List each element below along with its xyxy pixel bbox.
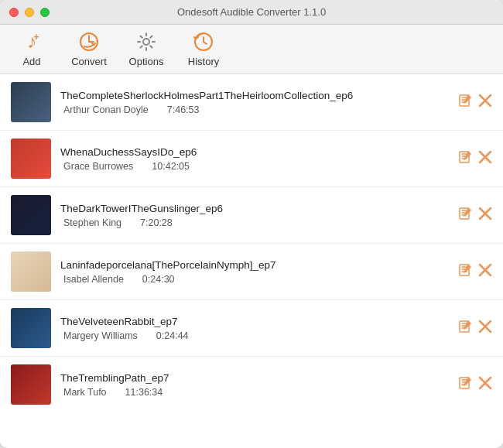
book-cover-5 — [11, 308, 51, 348]
maximize-button[interactable] — [40, 8, 50, 17]
book-actions-1 — [458, 94, 492, 111]
svg-text:+: + — [33, 32, 39, 43]
book-item-4: Laninfadeporcelana[ThePorcelainNymph]_ep… — [0, 244, 503, 300]
book-author-4: Isabel Allende — [63, 274, 124, 285]
edit-button-2[interactable] — [458, 150, 472, 168]
book-actions-2 — [458, 150, 492, 168]
book-duration-6: 11:36:34 — [125, 387, 163, 398]
close-button[interactable] — [9, 8, 19, 17]
delete-icon-5 — [478, 320, 492, 333]
window-controls — [9, 8, 50, 17]
book-info-4: Laninfadeporcelana[ThePorcelainNymph]_ep… — [60, 259, 449, 285]
edit-icon-5 — [458, 320, 472, 333]
book-actions-4 — [458, 263, 492, 281]
book-actions-6 — [458, 376, 492, 394]
add-label: Add — [22, 56, 40, 67]
delete-icon-3 — [478, 207, 492, 221]
edit-button-4[interactable] — [458, 263, 472, 281]
book-info-3: TheDarkTowerITheGunslinger_ep6 Stephen K… — [60, 203, 449, 228]
book-title-6: TheTremblingPath_ep7 — [60, 372, 449, 384]
book-meta-6: Mark Tufo 11:36:34 — [60, 387, 449, 398]
edit-icon-2 — [458, 150, 472, 164]
book-actions-3 — [458, 207, 492, 224]
book-item-2: WhenaDuchessSaysIDo_ep6 Grace Burrowes 1… — [0, 131, 503, 187]
add-toolbar-item[interactable]: ♪ + Add — [12, 31, 51, 67]
minimize-button[interactable] — [25, 8, 34, 17]
book-duration-5: 0:24:44 — [156, 330, 189, 341]
delete-button-1[interactable] — [478, 94, 492, 111]
book-item-1: TheCompleteSherlockHolmesPart1TheHeirloo… — [0, 74, 503, 131]
options-icon — [135, 31, 157, 53]
delete-button-6[interactable] — [478, 376, 492, 394]
edit-button-1[interactable] — [458, 94, 472, 111]
book-title-2: WhenaDuchessSaysIDo_ep6 — [60, 146, 449, 158]
book-info-2: WhenaDuchessSaysIDo_ep6 Grace Burrowes 1… — [60, 146, 449, 172]
edit-icon-3 — [458, 207, 472, 221]
book-cover-2 — [11, 139, 51, 179]
delete-button-4[interactable] — [478, 263, 492, 281]
book-item-3: TheDarkTowerITheGunslinger_ep6 Stephen K… — [0, 187, 503, 244]
edit-icon-4 — [458, 263, 472, 277]
history-toolbar-item[interactable]: History — [184, 31, 223, 67]
edit-button-6[interactable] — [458, 376, 472, 394]
title-bar: Ondesoft Audible Converter 1.1.0 — [0, 0, 503, 25]
app-window: Ondesoft Audible Converter 1.1.0 ♪ + Add… — [0, 0, 503, 448]
book-author-5: Margery Williams — [63, 330, 138, 341]
book-info-1: TheCompleteSherlockHolmesPart1TheHeirloo… — [60, 90, 449, 115]
convert-toolbar-item[interactable]: Convert — [70, 31, 108, 67]
book-list: TheCompleteSherlockHolmesPart1TheHeirloo… — [0, 74, 503, 448]
book-duration-1: 7:46:53 — [167, 104, 200, 115]
window-title: Ondesoft Audible Converter 1.1.0 — [177, 6, 326, 18]
delete-icon-6 — [478, 376, 492, 390]
delete-icon-4 — [478, 263, 492, 277]
svg-point-3 — [143, 39, 149, 45]
book-cover-4 — [11, 251, 51, 292]
book-item-5: TheVelveteenRabbit_ep7 Margery Williams … — [0, 300, 503, 357]
book-title-4: Laninfadeporcelana[ThePorcelainNymph]_ep… — [60, 259, 449, 271]
book-author-6: Mark Tufo — [63, 387, 107, 398]
convert-label: Convert — [71, 56, 107, 67]
book-author-1: Arthur Conan Doyle — [63, 104, 149, 115]
book-cover-6 — [11, 364, 51, 405]
book-meta-2: Grace Burrowes 10:42:05 — [60, 161, 449, 172]
book-title-5: TheVelveteenRabbit_ep7 — [60, 316, 449, 327]
edit-button-5[interactable] — [458, 320, 472, 337]
book-meta-5: Margery Williams 0:24:44 — [60, 330, 449, 341]
delete-icon-2 — [478, 150, 492, 164]
history-label: History — [188, 56, 219, 67]
book-author-3: Stephen King — [63, 217, 121, 228]
book-title-3: TheDarkTowerITheGunslinger_ep6 — [60, 203, 449, 214]
options-toolbar-item[interactable]: Options — [127, 31, 166, 67]
add-icon: ♪ + — [21, 31, 43, 53]
options-label: Options — [129, 56, 164, 67]
book-item-6: TheTremblingPath_ep7 Mark Tufo 11:36:34 — [0, 357, 503, 412]
delete-button-5[interactable] — [478, 320, 492, 337]
book-meta-3: Stephen King 7:20:28 — [60, 217, 449, 228]
book-info-6: TheTremblingPath_ep7 Mark Tufo 11:36:34 — [60, 372, 449, 398]
book-title-1: TheCompleteSherlockHolmesPart1TheHeirloo… — [60, 90, 449, 101]
delete-icon-1 — [478, 94, 492, 108]
convert-icon — [78, 31, 100, 53]
book-duration-3: 7:20:28 — [140, 217, 173, 228]
book-cover-1 — [11, 82, 51, 122]
book-meta-4: Isabel Allende 0:24:30 — [60, 274, 449, 285]
edit-icon-1 — [458, 94, 472, 108]
book-info-5: TheVelveteenRabbit_ep7 Margery Williams … — [60, 316, 449, 341]
edit-icon-6 — [458, 376, 472, 390]
book-meta-1: Arthur Conan Doyle 7:46:53 — [60, 104, 449, 115]
book-cover-3 — [11, 195, 51, 235]
delete-button-3[interactable] — [478, 207, 492, 224]
book-actions-5 — [458, 320, 492, 337]
book-duration-2: 10:42:05 — [152, 161, 190, 172]
history-icon — [193, 31, 214, 53]
toolbar: ♪ + Add Convert Options — [0, 25, 503, 74]
delete-button-2[interactable] — [478, 150, 492, 168]
edit-button-3[interactable] — [458, 207, 472, 224]
book-duration-4: 0:24:30 — [142, 274, 175, 285]
book-author-2: Grace Burrowes — [63, 161, 133, 172]
